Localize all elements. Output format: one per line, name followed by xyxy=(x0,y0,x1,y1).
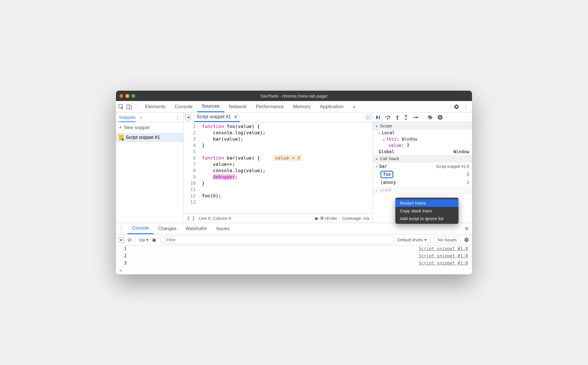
pause-on-exceptions-icon[interactable] xyxy=(438,115,443,120)
console-sidebar-toggle-icon[interactable]: ▶ xyxy=(119,237,124,242)
inspect-element-icon[interactable] xyxy=(118,104,126,110)
chevron-right-icon xyxy=(383,137,386,142)
deactivate-breakpoints-icon[interactable] xyxy=(428,115,433,120)
chevron-down-icon xyxy=(379,130,382,135)
scope-section-header[interactable]: Scope xyxy=(373,122,472,130)
drawer-tab-console[interactable]: Console xyxy=(127,223,154,234)
settings-icon[interactable] xyxy=(454,104,462,110)
snippet-file-icon xyxy=(119,135,123,140)
context-menu-item-restart-frame[interactable]: Restart frame xyxy=(395,199,459,207)
context-menu-item-add-ignore-list[interactable]: Add script to ignore list xyxy=(395,215,459,222)
execution-context-selector[interactable]: top ▾ xyxy=(139,237,148,242)
clear-console-icon[interactable]: ⊘ xyxy=(127,237,132,243)
new-snippet-button[interactable]: + New snippet xyxy=(116,122,183,133)
svg-point-4 xyxy=(387,118,388,119)
callstack-frame[interactable]: (anony 2 xyxy=(373,178,472,187)
separator xyxy=(423,114,423,120)
debug-toolbar xyxy=(373,112,472,122)
context-menu-item-copy-stack-trace[interactable]: Copy stack trace xyxy=(395,207,459,215)
separator xyxy=(135,237,136,243)
current-frame-icon: ➔ xyxy=(375,164,378,169)
window-title: DevTools - chrome://new-tab-page/ xyxy=(116,94,472,98)
run-snippet-hint[interactable]: ▶ ⌘+Enter xyxy=(315,216,337,221)
tab-label: Application xyxy=(320,104,344,110)
tab-application[interactable]: Application xyxy=(315,101,348,112)
frame-fn: bar xyxy=(379,164,387,169)
tab-label: Console xyxy=(132,226,149,231)
frame-location: 2 xyxy=(467,180,469,185)
minimize-window-icon[interactable] xyxy=(125,94,129,98)
tab-console[interactable]: Console xyxy=(170,101,197,112)
console-filter-input[interactable] xyxy=(164,236,394,244)
editor-tab-bar: ◀ Script snippet #1 ✕ ▶ xyxy=(183,112,373,122)
step-out-icon[interactable] xyxy=(404,115,408,120)
drawer-more-icon[interactable]: ⋮ xyxy=(119,226,123,231)
scope-local[interactable]: Local xyxy=(373,130,472,136)
subtab-overflow-icon[interactable]: » xyxy=(140,115,142,120)
callstack-frame[interactable]: foo 3 xyxy=(373,170,472,178)
window-controls xyxy=(119,94,135,98)
svg-rect-3 xyxy=(379,115,380,119)
tab-label: Performance xyxy=(256,104,284,110)
separator xyxy=(160,237,160,243)
tab-performance[interactable]: Performance xyxy=(251,101,288,112)
console-source-link[interactable]: Script snippet #1:8 xyxy=(419,261,468,266)
issues-button[interactable]: No Issues xyxy=(434,236,461,243)
console-value: 3 xyxy=(124,261,127,266)
devtools-window: DevTools - chrome://new-tab-page/ Elemen… xyxy=(116,91,472,274)
context-menu: Restart frame Copy stack trace Add scrip… xyxy=(395,198,459,224)
subtab-snippets[interactable]: Snippets xyxy=(119,115,136,122)
code-editor[interactable]: 12345678910111213 function foo(value) { … xyxy=(183,122,373,213)
live-expression-icon[interactable]: ◉ xyxy=(152,237,156,243)
step-over-icon[interactable] xyxy=(385,115,391,120)
svg-rect-10 xyxy=(439,116,440,119)
resume-icon[interactable] xyxy=(375,115,380,120)
close-window-icon[interactable] xyxy=(119,94,123,98)
close-drawer-icon[interactable]: ✕ xyxy=(464,225,469,232)
callstack-frame[interactable]: ➔bar Script snippet #1:9 xyxy=(373,162,472,170)
svg-rect-2 xyxy=(129,106,131,109)
callstack-section-header[interactable]: Call Stack xyxy=(373,155,472,162)
snippet-list-item[interactable]: Script snippet #1 xyxy=(116,133,183,142)
overflow-label: » xyxy=(353,104,355,110)
var-name: value xyxy=(388,143,401,148)
tab-network[interactable]: Network xyxy=(224,101,251,112)
pretty-print-icon[interactable]: { } xyxy=(187,216,195,221)
tabs-overflow[interactable]: » xyxy=(348,101,360,112)
drawer-tab-webauthn[interactable]: WebAuthn xyxy=(181,223,212,234)
editor-tab[interactable]: Script snippet #1 ✕ xyxy=(194,112,240,122)
scope-var-this[interactable]: this: Window xyxy=(373,136,472,142)
tab-label: Issues xyxy=(216,226,229,231)
log-levels-selector[interactable]: Default levels ▾ xyxy=(397,237,427,242)
drawer-tab-issues[interactable]: Issues xyxy=(212,223,234,234)
console-message: 1 Script snippet #1:8 xyxy=(116,245,472,253)
more-menu-icon[interactable]: ⋮ xyxy=(462,104,470,110)
separator xyxy=(137,104,138,110)
console-source-link[interactable]: Script snippet #1:8 xyxy=(419,246,468,251)
console-source-link[interactable]: Script snippet #1:8 xyxy=(419,253,468,259)
tab-label: Network xyxy=(229,104,247,110)
toggle-navigator-icon[interactable]: ◀ xyxy=(185,114,191,120)
tab-memory[interactable]: Memory xyxy=(288,101,315,112)
tab-elements[interactable]: Elements xyxy=(140,101,170,112)
device-toolbar-icon[interactable] xyxy=(126,104,134,110)
maximize-window-icon[interactable] xyxy=(131,94,135,98)
step-icon[interactable] xyxy=(413,115,418,119)
scope-global[interactable]: GlobalWindow xyxy=(373,149,472,155)
close-tab-icon[interactable]: ✕ xyxy=(234,114,237,120)
console-prompt[interactable]: > xyxy=(116,267,472,274)
xhr-section-header[interactable]: XHR/f xyxy=(373,187,472,194)
step-into-icon[interactable] xyxy=(395,115,399,120)
navigator-more-icon[interactable]: ⋮ xyxy=(175,114,180,121)
drawer-tab-bar: ⋮ Console Changes WebAuthn Issues ✕ xyxy=(116,223,472,234)
snippet-name: Script snippet #1 xyxy=(126,135,160,140)
frame-fn: (anony xyxy=(380,180,396,185)
scope-var-value[interactable]: value: 3 xyxy=(373,142,472,149)
tab-sources[interactable]: Sources xyxy=(197,101,224,112)
var-value: 3 xyxy=(407,143,409,148)
code-content[interactable]: function foo(value) { console.log(value)… xyxy=(200,122,373,213)
toggle-debugger-sidebar-icon[interactable]: ▶ xyxy=(366,115,371,120)
console-settings-icon[interactable] xyxy=(464,237,469,242)
drawer-tab-changes[interactable]: Changes xyxy=(154,223,181,234)
console-message: 3 Script snippet #1:8 xyxy=(116,260,472,267)
